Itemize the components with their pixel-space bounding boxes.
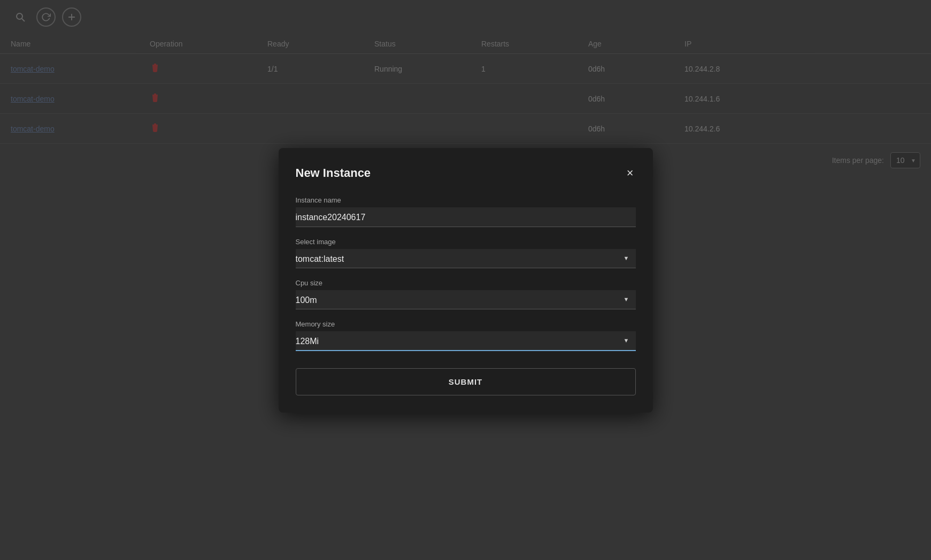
memory-size-select[interactable]: 128Mi 256Mi 512Mi 1Gi (296, 331, 636, 350)
new-instance-modal: New Instance × Instance name Select imag… (279, 148, 653, 413)
modal-close-button[interactable]: × (625, 165, 636, 181)
instance-name-input[interactable] (296, 207, 636, 227)
cpu-size-label: Cpu size (296, 279, 636, 287)
select-image-label: Select image (296, 238, 636, 246)
modal-overlay[interactable]: New Instance × Instance name Select imag… (0, 0, 931, 560)
modal-title: New Instance (296, 166, 371, 180)
instance-name-field: Instance name (296, 196, 636, 227)
submit-button[interactable]: SUBMIT (296, 368, 636, 395)
memory-size-wrapper: 128Mi 256Mi 512Mi 1Gi (296, 331, 636, 351)
memory-size-field: Memory size 128Mi 256Mi 512Mi 1Gi (296, 320, 636, 351)
memory-size-label: Memory size (296, 320, 636, 328)
cpu-size-select[interactable]: 100m 200m 500m 1000m (296, 290, 636, 309)
cpu-size-wrapper: 100m 200m 500m 1000m (296, 290, 636, 309)
modal-header: New Instance × (296, 165, 636, 181)
select-image-wrapper: tomcat:latest nginx:latest ubuntu:latest (296, 249, 636, 268)
instance-name-label: Instance name (296, 196, 636, 204)
select-image-select[interactable]: tomcat:latest nginx:latest ubuntu:latest (296, 249, 636, 268)
cpu-size-field: Cpu size 100m 200m 500m 1000m (296, 279, 636, 309)
select-image-field: Select image tomcat:latest nginx:latest … (296, 238, 636, 268)
